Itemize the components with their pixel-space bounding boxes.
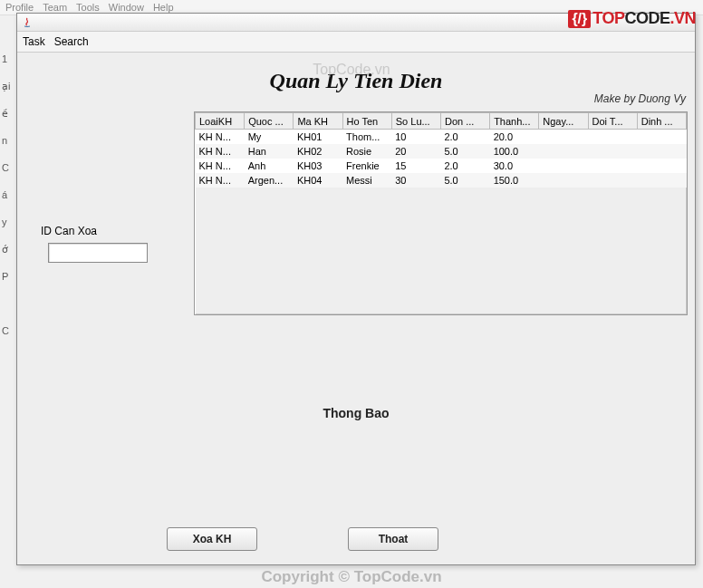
table-cell[interactable]	[588, 130, 637, 144]
table-row[interactable]: KH N...MyKH01Thom...102.020.0	[196, 130, 687, 144]
table-cell[interactable]	[637, 173, 686, 188]
brace-icon: {/}	[568, 10, 591, 28]
table-cell[interactable]: 20	[391, 144, 440, 159]
topcode-logo: {/} TOPCODE.VN	[568, 9, 696, 28]
left-panel: ID Can Xoa	[26, 116, 189, 263]
thong-bao-label: Thong Bao	[323, 406, 389, 420]
xoa-kh-button[interactable]: Xoa KH	[167, 527, 257, 551]
table-cell[interactable]	[539, 130, 588, 144]
background-text-strip: 1 ại ề n C á y ớ P C	[0, 45, 14, 462]
menu-window[interactable]: Window	[109, 2, 144, 13]
menu-profile[interactable]: Profile	[5, 2, 34, 13]
menu-tools[interactable]: Tools	[76, 2, 100, 13]
table-cell[interactable]: 20.0	[490, 130, 539, 144]
menu-team[interactable]: Team	[43, 2, 67, 13]
table-cell[interactable]: KH03	[294, 159, 342, 173]
table-cell[interactable]: Han	[245, 144, 294, 159]
table-cell[interactable]: Frenkie	[342, 159, 391, 173]
table-cell[interactable]	[637, 144, 686, 159]
content-pane: Quan Ly Tien Dien Make by Duong Vy ID Ca…	[17, 53, 695, 564]
table-cell[interactable]	[588, 144, 637, 159]
app-window: Task Search Quan Ly Tien Dien Make by Du…	[16, 13, 696, 565]
table-row[interactable]: KH N...Argen...KH04Messi305.0150.0	[196, 173, 687, 188]
table-cell[interactable]: KH02	[294, 144, 342, 159]
table-cell[interactable]: My	[245, 130, 294, 144]
table-cell[interactable]	[539, 144, 588, 159]
table-cell[interactable]	[637, 159, 686, 173]
table-cell[interactable]	[637, 130, 686, 144]
id-can-xoa-label: ID Can Xoa	[41, 225, 189, 237]
menu-search[interactable]: Search	[54, 35, 89, 48]
java-icon	[21, 16, 34, 29]
page-title: Quan Ly Tien Dien	[270, 69, 443, 93]
thoat-button[interactable]: Thoat	[348, 527, 438, 551]
col-don[interactable]: Don ...	[440, 113, 489, 130]
table-cell[interactable]	[588, 173, 637, 188]
table-cell[interactable]	[539, 159, 588, 173]
table-cell[interactable]: 2.0	[440, 130, 489, 144]
table-cell[interactable]: 30	[391, 173, 440, 188]
table-cell[interactable]	[539, 173, 588, 188]
credit-label: Make by Duong Vy	[594, 92, 686, 105]
data-table: LoaiKH Quoc ... Ma KH Ho Ten So Lu... Do…	[195, 112, 687, 188]
table-header-row: LoaiKH Quoc ... Ma KH Ho Ten So Lu... Do…	[196, 113, 687, 130]
table-cell[interactable]: 10	[391, 130, 440, 144]
col-quoc[interactable]: Quoc ...	[245, 113, 294, 130]
id-can-xoa-input[interactable]	[48, 243, 148, 263]
table-body: KH N...MyKH01Thom...102.020.0KH N...HanK…	[196, 130, 687, 188]
table-cell[interactable]: 15	[391, 159, 440, 173]
col-solu[interactable]: So Lu...	[391, 113, 440, 130]
table-cell[interactable]: KH N...	[196, 144, 245, 159]
watermark-bottom: Copyright © TopCode.vn	[261, 568, 441, 586]
col-doit[interactable]: Doi T...	[588, 113, 637, 130]
table-cell[interactable]: Messi	[342, 173, 391, 188]
table-cell[interactable]: Thom...	[342, 130, 391, 144]
table-cell[interactable]: 2.0	[440, 159, 489, 173]
table-cell[interactable]: Anh	[245, 159, 294, 173]
table-cell[interactable]: Argen...	[245, 173, 294, 188]
data-table-container[interactable]: LoaiKH Quoc ... Ma KH Ho Ten So Lu... Do…	[194, 111, 688, 315]
table-cell[interactable]: KH04	[294, 173, 342, 188]
table-cell[interactable]: 30.0	[490, 159, 539, 173]
table-cell[interactable]: 5.0	[440, 144, 489, 159]
menu-task[interactable]: Task	[23, 35, 45, 48]
col-ngay[interactable]: Ngay...	[539, 113, 588, 130]
table-cell[interactable]: 150.0	[490, 173, 539, 188]
col-makh[interactable]: Ma KH	[294, 113, 342, 130]
table-cell[interactable]: 5.0	[440, 173, 489, 188]
col-thanh[interactable]: Thanh...	[490, 113, 539, 130]
col-dinh[interactable]: Dinh ...	[637, 113, 686, 130]
table-cell[interactable]: KH N...	[196, 130, 245, 144]
col-hoten[interactable]: Ho Ten	[342, 113, 391, 130]
table-cell[interactable]	[588, 159, 637, 173]
menu-help[interactable]: Help	[153, 2, 174, 13]
table-cell[interactable]: KH N...	[196, 173, 245, 188]
table-cell[interactable]: Rosie	[342, 144, 391, 159]
col-loaikh[interactable]: LoaiKH	[196, 113, 245, 130]
table-cell[interactable]: KH01	[294, 130, 342, 144]
button-row: Xoa KH Thoat	[17, 527, 695, 551]
table-row[interactable]: KH N...AnhKH03Frenkie152.030.0	[196, 159, 687, 173]
table-cell[interactable]: 100.0	[490, 144, 539, 159]
table-cell[interactable]: KH N...	[196, 159, 245, 173]
table-row[interactable]: KH N...HanKH02Rosie205.0100.0	[196, 144, 687, 159]
window-menubar: Task Search	[17, 32, 695, 53]
